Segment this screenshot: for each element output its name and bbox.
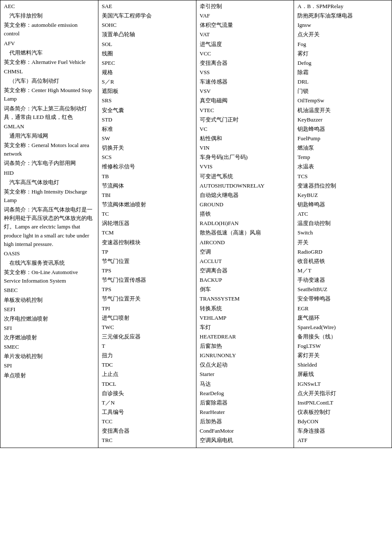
list-item: BACKUP <box>200 276 291 284</box>
list-item: VEHLAMP <box>200 314 291 322</box>
list-item: 雾灯 <box>297 49 388 58</box>
list-item: 规格 <box>102 68 193 77</box>
list-item: 除霜 <box>297 68 388 77</box>
list-item: 单板发动机控制 <box>4 296 95 304</box>
list-item: Defog <box>297 59 388 67</box>
list-item: 通用汽车局域网 <box>4 132 95 140</box>
list-item: 安全带蜂鸣器 <box>297 295 388 303</box>
list-item: SEFI <box>4 305 95 314</box>
list-item: VCC <box>200 49 291 58</box>
list-item: SPEC <box>102 59 193 67</box>
list-item: 转换系统 <box>200 304 291 313</box>
list-item: 备用接头（线） <box>297 332 388 341</box>
list-item: 散热器低速（高速）风扇 <box>200 228 291 237</box>
list-item: 次序燃油喷射 <box>4 333 95 342</box>
list-item: SRS <box>102 96 193 105</box>
list-item: OASIS <box>4 249 95 258</box>
list-item: 节气门位置 <box>102 257 193 266</box>
list-item: 英文全称：Alternative Fuel Vehicle <box>4 58 95 66</box>
list-item: VAF <box>200 12 291 20</box>
list-item: IGNSwLT <box>297 380 388 388</box>
list-item: SFI <box>4 324 95 332</box>
list-item: 单片发动机控制 <box>4 352 95 361</box>
list-item: 后加热器 <box>200 417 291 426</box>
list-item: 进气口喷射 <box>102 314 193 322</box>
list-item: Temp <box>297 153 388 162</box>
list-item: RADLO(Hi)FAN <box>200 219 291 228</box>
list-item: 标准 <box>102 125 193 133</box>
column-3: 牵引控制VAF体积空气流量VAT进气温度VCC变扭离合器VSS车速传感器VSV真… <box>196 0 294 448</box>
list-item: IGNRUNONLY <box>200 351 291 360</box>
list-item: 车灯 <box>200 323 291 332</box>
list-item: TWC <box>102 323 193 332</box>
list-item: 真空电磁阀 <box>200 96 291 105</box>
list-item: 英文全称：On-Line Automotive Service Informat… <box>4 268 95 285</box>
list-item: 屏蔽线 <box>297 370 388 379</box>
list-item: 遮阳板 <box>102 87 193 95</box>
list-item: TPS <box>102 266 193 275</box>
list-item: AFV <box>4 39 95 48</box>
list-item: 体积空气流量 <box>200 21 291 29</box>
list-item: 节气门位置开关 <box>102 295 193 303</box>
list-item: HEATEDREAR <box>200 332 291 341</box>
list-item: 车身连接器 <box>297 427 388 435</box>
list-item: TPI <box>102 304 193 313</box>
list-item: A．B．SPMPRelay <box>297 2 388 11</box>
list-item: 节流阀体 <box>102 182 193 190</box>
list-item: TRC <box>102 436 193 445</box>
list-item: 代用燃料汽车 <box>4 49 95 57</box>
list-item: TDC <box>102 361 193 369</box>
list-item: 涡轮增压器 <box>102 219 193 228</box>
list-item: 线圈 <box>102 49 193 58</box>
list-item: TDCL <box>102 380 193 388</box>
list-item: 废气循环 <box>297 314 388 322</box>
list-item: 空调离合器 <box>200 266 291 275</box>
list-item: 钥匙蜂鸣器 <box>297 125 388 133</box>
list-item: T／N <box>102 399 193 407</box>
list-item: TP <box>102 248 193 256</box>
list-item: 车身号码(出厂号码) <box>200 153 291 162</box>
list-item: SCS <box>102 153 193 162</box>
list-item: TC <box>102 210 193 218</box>
list-item: 点火开关指示灯 <box>297 389 388 398</box>
list-item: 仪表板控制灯 <box>297 408 388 416</box>
list-item: 机油温度开关 <box>297 106 388 115</box>
list-item: 变速器挡位控制 <box>297 182 388 190</box>
list-item: 维修检示信号 <box>102 162 193 171</box>
list-item: ATC <box>297 210 388 218</box>
list-item: S／R <box>102 78 193 86</box>
list-item: TCM <box>102 228 193 237</box>
list-item: GROUND <box>200 200 291 209</box>
list-item: STD <box>102 116 193 124</box>
list-item: 倒车 <box>200 285 291 294</box>
list-item: 词条简介：汽车高压气体放电灯是一种利用处于高压状态的气体放光的电灯。Lamps … <box>4 205 95 249</box>
list-item: 车速传感器 <box>200 78 291 86</box>
list-item: 上止点 <box>102 370 193 379</box>
list-item: 门锁 <box>297 87 388 95</box>
list-item: SpareLead(Wire) <box>297 323 388 332</box>
list-item: 空调 <box>200 248 291 256</box>
list-item: GMLAN <box>4 122 95 131</box>
list-item: 可变式气门正时 <box>200 116 291 124</box>
list-item: FuelPump <box>297 134 388 143</box>
list-item: TCS <box>297 172 388 181</box>
list-item: VTEC <box>200 106 291 115</box>
list-item: KeyBUZ <box>297 191 388 199</box>
list-item: 点火开关 <box>297 30 388 39</box>
list-item: SBEC <box>4 286 95 295</box>
list-item: 收音机搭铁 <box>297 257 388 266</box>
list-item: SW <box>102 134 193 143</box>
list-item: 搭铁 <box>200 210 291 218</box>
list-item: 工具编号 <box>102 408 193 416</box>
list-item: Fog <box>297 40 388 49</box>
list-item: SOHC <box>102 21 193 29</box>
list-item: SeatBeltBUZ <box>297 285 388 294</box>
list-item: 次序电控燃油喷射 <box>4 315 95 323</box>
list-item: 温度自动控制 <box>297 219 388 228</box>
list-item: TB <box>102 172 193 181</box>
list-item: 粘性偶和 <box>200 134 291 143</box>
list-item: 节流阀体燃油喷射 <box>102 200 193 209</box>
list-item: 词条简介：汽车上第三高位制动灯具，通常由 LED 组成，红色 <box>4 104 95 121</box>
list-item: 牵引控制 <box>200 2 291 11</box>
list-item: ATF <box>297 436 388 445</box>
